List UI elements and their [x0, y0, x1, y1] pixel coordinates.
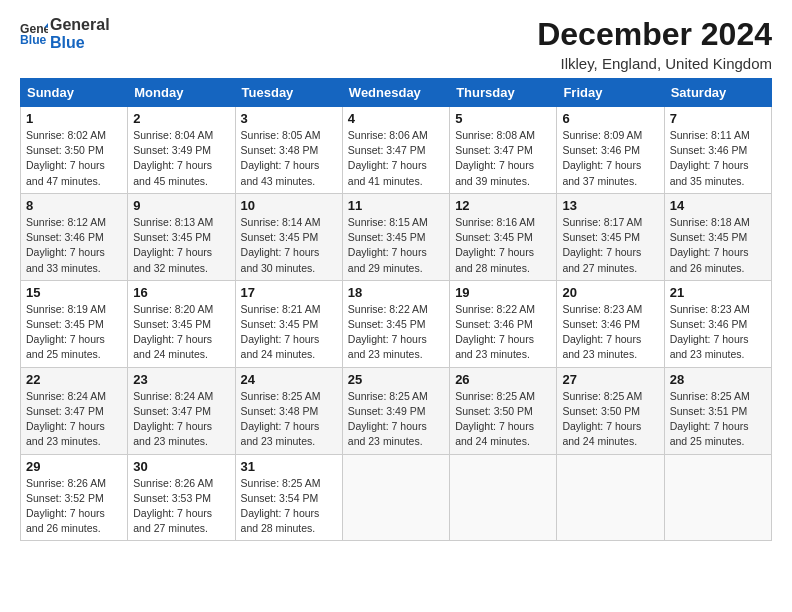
logo-text: General Blue	[50, 16, 110, 51]
table-row: 18 Sunrise: 8:22 AMSunset: 3:45 PMDaylig…	[342, 280, 449, 367]
day-number: 2	[133, 111, 229, 126]
calendar: SundayMondayTuesdayWednesdayThursdayFrid…	[20, 78, 772, 541]
calendar-header-wednesday: Wednesday	[342, 79, 449, 107]
day-number: 14	[670, 198, 766, 213]
day-info: Sunrise: 8:24 AMSunset: 3:47 PMDaylight:…	[26, 389, 122, 450]
day-info: Sunrise: 8:14 AMSunset: 3:45 PMDaylight:…	[241, 215, 337, 276]
day-info: Sunrise: 8:21 AMSunset: 3:45 PMDaylight:…	[241, 302, 337, 363]
title-block: December 2024 Ilkley, England, United Ki…	[537, 16, 772, 72]
table-row: 25 Sunrise: 8:25 AMSunset: 3:49 PMDaylig…	[342, 367, 449, 454]
day-info: Sunrise: 8:25 AMSunset: 3:54 PMDaylight:…	[241, 476, 337, 537]
day-number: 30	[133, 459, 229, 474]
day-info: Sunrise: 8:23 AMSunset: 3:46 PMDaylight:…	[562, 302, 658, 363]
day-number: 25	[348, 372, 444, 387]
day-number: 3	[241, 111, 337, 126]
day-info: Sunrise: 8:25 AMSunset: 3:50 PMDaylight:…	[455, 389, 551, 450]
day-info: Sunrise: 8:18 AMSunset: 3:45 PMDaylight:…	[670, 215, 766, 276]
day-info: Sunrise: 8:26 AMSunset: 3:53 PMDaylight:…	[133, 476, 229, 537]
day-number: 16	[133, 285, 229, 300]
table-row: 24 Sunrise: 8:25 AMSunset: 3:48 PMDaylig…	[235, 367, 342, 454]
table-row: 20 Sunrise: 8:23 AMSunset: 3:46 PMDaylig…	[557, 280, 664, 367]
table-row	[557, 454, 664, 541]
table-row	[450, 454, 557, 541]
day-info: Sunrise: 8:22 AMSunset: 3:45 PMDaylight:…	[348, 302, 444, 363]
table-row: 14 Sunrise: 8:18 AMSunset: 3:45 PMDaylig…	[664, 193, 771, 280]
day-info: Sunrise: 8:24 AMSunset: 3:47 PMDaylight:…	[133, 389, 229, 450]
logo-blue-text: Blue	[50, 34, 110, 52]
day-number: 24	[241, 372, 337, 387]
day-number: 4	[348, 111, 444, 126]
day-number: 12	[455, 198, 551, 213]
table-row: 30 Sunrise: 8:26 AMSunset: 3:53 PMDaylig…	[128, 454, 235, 541]
calendar-header-monday: Monday	[128, 79, 235, 107]
day-info: Sunrise: 8:16 AMSunset: 3:45 PMDaylight:…	[455, 215, 551, 276]
table-row: 12 Sunrise: 8:16 AMSunset: 3:45 PMDaylig…	[450, 193, 557, 280]
table-row: 10 Sunrise: 8:14 AMSunset: 3:45 PMDaylig…	[235, 193, 342, 280]
day-info: Sunrise: 8:17 AMSunset: 3:45 PMDaylight:…	[562, 215, 658, 276]
table-row: 28 Sunrise: 8:25 AMSunset: 3:51 PMDaylig…	[664, 367, 771, 454]
calendar-header-friday: Friday	[557, 79, 664, 107]
day-number: 9	[133, 198, 229, 213]
main-title: December 2024	[537, 16, 772, 53]
day-info: Sunrise: 8:20 AMSunset: 3:45 PMDaylight:…	[133, 302, 229, 363]
table-row: 3 Sunrise: 8:05 AMSunset: 3:48 PMDayligh…	[235, 107, 342, 194]
table-row: 6 Sunrise: 8:09 AMSunset: 3:46 PMDayligh…	[557, 107, 664, 194]
day-info: Sunrise: 8:25 AMSunset: 3:50 PMDaylight:…	[562, 389, 658, 450]
calendar-header-sunday: Sunday	[21, 79, 128, 107]
calendar-header-saturday: Saturday	[664, 79, 771, 107]
table-row	[664, 454, 771, 541]
table-row	[342, 454, 449, 541]
day-number: 23	[133, 372, 229, 387]
svg-text:Blue: Blue	[20, 33, 47, 47]
table-row: 7 Sunrise: 8:11 AMSunset: 3:46 PMDayligh…	[664, 107, 771, 194]
day-number: 21	[670, 285, 766, 300]
table-row: 9 Sunrise: 8:13 AMSunset: 3:45 PMDayligh…	[128, 193, 235, 280]
day-info: Sunrise: 8:02 AMSunset: 3:50 PMDaylight:…	[26, 128, 122, 189]
day-info: Sunrise: 8:05 AMSunset: 3:48 PMDaylight:…	[241, 128, 337, 189]
calendar-header-thursday: Thursday	[450, 79, 557, 107]
day-info: Sunrise: 8:19 AMSunset: 3:45 PMDaylight:…	[26, 302, 122, 363]
day-info: Sunrise: 8:08 AMSunset: 3:47 PMDaylight:…	[455, 128, 551, 189]
table-row: 21 Sunrise: 8:23 AMSunset: 3:46 PMDaylig…	[664, 280, 771, 367]
day-number: 8	[26, 198, 122, 213]
table-row: 13 Sunrise: 8:17 AMSunset: 3:45 PMDaylig…	[557, 193, 664, 280]
day-number: 15	[26, 285, 122, 300]
day-number: 19	[455, 285, 551, 300]
calendar-header-tuesday: Tuesday	[235, 79, 342, 107]
logo-general-text: General	[50, 16, 110, 34]
day-number: 27	[562, 372, 658, 387]
day-info: Sunrise: 8:25 AMSunset: 3:51 PMDaylight:…	[670, 389, 766, 450]
day-info: Sunrise: 8:06 AMSunset: 3:47 PMDaylight:…	[348, 128, 444, 189]
day-info: Sunrise: 8:04 AMSunset: 3:49 PMDaylight:…	[133, 128, 229, 189]
day-number: 26	[455, 372, 551, 387]
day-number: 22	[26, 372, 122, 387]
table-row: 27 Sunrise: 8:25 AMSunset: 3:50 PMDaylig…	[557, 367, 664, 454]
day-info: Sunrise: 8:22 AMSunset: 3:46 PMDaylight:…	[455, 302, 551, 363]
table-row: 4 Sunrise: 8:06 AMSunset: 3:47 PMDayligh…	[342, 107, 449, 194]
day-info: Sunrise: 8:13 AMSunset: 3:45 PMDaylight:…	[133, 215, 229, 276]
table-row: 11 Sunrise: 8:15 AMSunset: 3:45 PMDaylig…	[342, 193, 449, 280]
day-number: 6	[562, 111, 658, 126]
day-number: 20	[562, 285, 658, 300]
day-info: Sunrise: 8:09 AMSunset: 3:46 PMDaylight:…	[562, 128, 658, 189]
table-row: 1 Sunrise: 8:02 AMSunset: 3:50 PMDayligh…	[21, 107, 128, 194]
subtitle: Ilkley, England, United Kingdom	[537, 55, 772, 72]
header: General Blue General Blue December 2024 …	[20, 16, 772, 72]
day-number: 13	[562, 198, 658, 213]
day-info: Sunrise: 8:23 AMSunset: 3:46 PMDaylight:…	[670, 302, 766, 363]
day-number: 1	[26, 111, 122, 126]
table-row: 5 Sunrise: 8:08 AMSunset: 3:47 PMDayligh…	[450, 107, 557, 194]
day-number: 10	[241, 198, 337, 213]
table-row: 23 Sunrise: 8:24 AMSunset: 3:47 PMDaylig…	[128, 367, 235, 454]
table-row: 19 Sunrise: 8:22 AMSunset: 3:46 PMDaylig…	[450, 280, 557, 367]
table-row: 29 Sunrise: 8:26 AMSunset: 3:52 PMDaylig…	[21, 454, 128, 541]
table-row: 31 Sunrise: 8:25 AMSunset: 3:54 PMDaylig…	[235, 454, 342, 541]
table-row: 26 Sunrise: 8:25 AMSunset: 3:50 PMDaylig…	[450, 367, 557, 454]
logo-icon: General Blue	[20, 20, 48, 48]
day-number: 17	[241, 285, 337, 300]
logo: General Blue General Blue	[20, 16, 110, 51]
day-info: Sunrise: 8:15 AMSunset: 3:45 PMDaylight:…	[348, 215, 444, 276]
day-info: Sunrise: 8:25 AMSunset: 3:49 PMDaylight:…	[348, 389, 444, 450]
day-number: 18	[348, 285, 444, 300]
table-row: 22 Sunrise: 8:24 AMSunset: 3:47 PMDaylig…	[21, 367, 128, 454]
